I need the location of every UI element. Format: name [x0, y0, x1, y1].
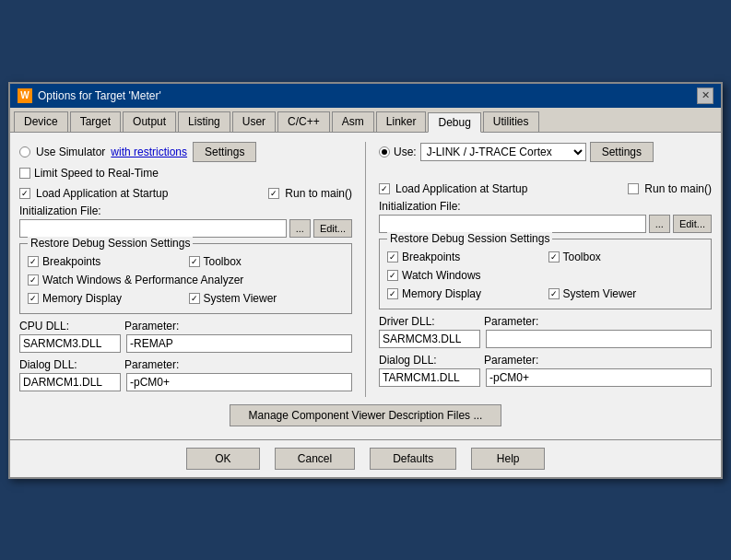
right-init-file-label: Initialization File: [379, 200, 712, 213]
cpu-dll-inputs [19, 334, 352, 353]
memory-display-checkbox-right[interactable] [387, 288, 398, 299]
driver-param-label: Parameter: [484, 315, 538, 328]
memory-display-row-right: Memory Display [387, 287, 543, 300]
restore-group-right: Restore Debug Session Settings Breakpoin… [379, 239, 712, 309]
driver-dll-input[interactable] [379, 330, 480, 348]
use-select[interactable]: J-LINK / J-TRACE Cortex [420, 143, 586, 161]
init-file-input[interactable] [19, 219, 287, 238]
tab-debug[interactable]: Debug [428, 112, 480, 133]
init-file-label: Initialization File: [19, 204, 352, 217]
driver-dll-label: Driver DLL: [379, 315, 480, 328]
dialog-title: Options for Target 'Meter' [38, 89, 161, 102]
tab-user[interactable]: User [232, 111, 276, 132]
ok-button[interactable]: OK [186, 448, 260, 470]
tab-device[interactable]: Device [14, 111, 68, 132]
left-column: Use Simulator with restrictions Settings… [19, 142, 352, 397]
tab-target[interactable]: Target [70, 111, 121, 132]
manage-btn-container: Manage Component Viewer Description File… [19, 404, 712, 426]
load-run-row: Load Application at Startup Run to main(… [19, 187, 352, 200]
watch-windows-checkbox-left[interactable] [28, 274, 39, 286]
tab-linker[interactable]: Linker [376, 111, 427, 132]
cpu-param-label: Parameter: [124, 320, 179, 332]
toolbox-checkbox-left[interactable] [189, 256, 200, 267]
cpu-param-input[interactable] [126, 334, 352, 353]
title-bar: W Options for Target 'Meter' ✕ [10, 84, 721, 108]
system-viewer-checkbox-left[interactable] [189, 293, 200, 304]
tab-cpp[interactable]: C/C++ [277, 111, 330, 132]
breakpoints-checkbox-right[interactable] [387, 251, 398, 262]
tab-utilities[interactable]: Utilities [483, 111, 539, 132]
init-edit-button[interactable]: Edit... [313, 219, 352, 238]
driver-dll-section: Driver DLL: Parameter: Dialog DLL: Param… [379, 315, 712, 387]
toolbox-checkbox-right[interactable] [548, 251, 560, 262]
toolbox-row-right: Toolbox [548, 251, 704, 263]
memory-display-label-left: Memory Display [42, 292, 122, 305]
load-app-checkbox[interactable] [19, 188, 30, 199]
right-init-ellipsis-button[interactable]: ... [649, 215, 670, 233]
dialog-content: Use Simulator with restrictions Settings… [10, 133, 721, 439]
defaults-button[interactable]: Defaults [370, 448, 456, 470]
breakpoints-row-left: Breakpoints [28, 255, 183, 268]
memory-display-label-right: Memory Display [402, 287, 481, 300]
dialog: W Options for Target 'Meter' ✕ Device Ta… [8, 82, 723, 479]
memory-display-checkbox-left[interactable] [28, 293, 39, 304]
manage-component-viewer-button[interactable]: Manage Component Viewer Description File… [230, 404, 502, 426]
dialog-dll-label-right: Dialog DLL: [379, 354, 480, 367]
two-col-layout: Use Simulator with restrictions Settings… [19, 142, 712, 397]
cpu-dll-section: CPU DLL: Parameter: Dialog DLL: Paramete… [19, 320, 352, 391]
watch-windows-label-left: Watch Windows & Performance Analyzer [42, 274, 243, 286]
watch-windows-row-right: Watch Windows [387, 269, 703, 282]
system-viewer-row-right: System Viewer [548, 287, 704, 300]
right-init-edit-button[interactable]: Edit... [673, 215, 712, 233]
memory-display-row-left: Memory Display [28, 292, 183, 305]
toolbox-label-right: Toolbox [563, 251, 601, 263]
limit-speed-checkbox[interactable] [19, 168, 30, 179]
tab-listing[interactable]: Listing [178, 111, 230, 132]
simulator-settings-button[interactable]: Settings [193, 142, 256, 162]
toolbox-label-left: Toolbox [204, 255, 242, 268]
system-viewer-checkbox-right[interactable] [548, 288, 560, 299]
tab-bar: Device Target Output Listing User C/C++ … [10, 108, 721, 133]
run-to-main-checkbox[interactable] [268, 188, 279, 199]
right-init-file-row: ... Edit... [379, 215, 712, 233]
breakpoints-checkbox-left[interactable] [28, 256, 39, 267]
right-column: Use: J-LINK / J-TRACE Cortex Settings Lo… [379, 142, 712, 397]
load-app-label: Load Application at Startup [36, 187, 168, 200]
cpu-dll-labels: CPU DLL: Parameter: [19, 320, 352, 332]
dialog-dll-input-left[interactable] [19, 373, 121, 391]
title-bar-left: W Options for Target 'Meter' [18, 88, 161, 103]
right-init-file-input[interactable] [379, 215, 646, 233]
dialog-dll-label-left: Dialog DLL: [19, 358, 121, 371]
right-load-run-row: Load Application at Startup Run to main(… [379, 182, 712, 195]
tab-asm[interactable]: Asm [332, 111, 374, 132]
with-restrictions-link[interactable]: with restrictions [111, 146, 187, 158]
driver-param-input[interactable] [486, 330, 712, 348]
init-ellipsis-button[interactable]: ... [289, 219, 311, 238]
breakpoints-label-left: Breakpoints [42, 255, 100, 268]
tab-output[interactable]: Output [123, 111, 176, 132]
system-viewer-label-right: System Viewer [563, 287, 637, 300]
close-button[interactable]: ✕ [697, 88, 713, 104]
use-radio[interactable] [379, 146, 390, 158]
init-file-row: ... Edit... [19, 219, 352, 238]
right-run-to-main-label: Run to main() [644, 182, 712, 195]
jlink-settings-button[interactable]: Settings [590, 142, 654, 162]
dialog-dll-input-right[interactable] [379, 368, 480, 387]
cpu-dll-input[interactable] [19, 334, 121, 353]
help-button[interactable]: Help [471, 448, 545, 470]
bottom-button-bar: OK Cancel Defaults Help [10, 439, 721, 477]
dialog-param-input-right[interactable] [486, 368, 712, 387]
cancel-button[interactable]: Cancel [275, 448, 355, 470]
driver-dll-inputs [379, 330, 712, 348]
breakpoints-label-right: Breakpoints [402, 251, 460, 263]
right-run-to-main-checkbox[interactable] [628, 183, 639, 194]
right-load-app-checkbox[interactable] [379, 183, 390, 194]
dialog-param-input-left[interactable] [126, 373, 352, 391]
use-label: Use: [394, 146, 417, 158]
dialog-dll-inputs-right [379, 368, 712, 387]
system-viewer-row-left: System Viewer [189, 292, 345, 305]
simulator-radio[interactable] [19, 146, 30, 158]
watch-windows-row-left: Watch Windows & Performance Analyzer [28, 274, 344, 286]
watch-windows-checkbox-right[interactable] [387, 270, 398, 281]
limit-speed-label: Limit Speed to Real-Time [34, 167, 159, 180]
